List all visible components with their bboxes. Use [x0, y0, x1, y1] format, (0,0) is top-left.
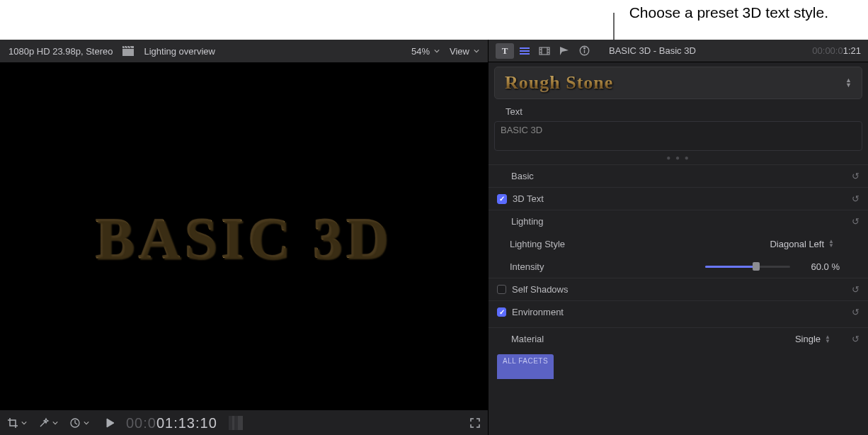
- reset-button[interactable]: ↺: [852, 193, 860, 204]
- generator-inspector-tab[interactable]: [555, 43, 573, 59]
- preview-3d-text[interactable]: BASIC 3D: [96, 205, 392, 272]
- intensity-slider[interactable]: [705, 261, 790, 271]
- self-shadows-label: Self Shadows: [512, 284, 569, 295]
- environment-section-header[interactable]: Environment ↺: [489, 300, 868, 323]
- up-down-chevron-icon: ▲▼: [828, 239, 834, 248]
- basic-section-header[interactable]: Basic ↺: [489, 164, 868, 187]
- play-button[interactable]: [106, 418, 115, 428]
- title-text-input[interactable]: BASIC 3D: [494, 121, 862, 151]
- inspector-header: T BASIC 3D - Basic 3D 00:00:01:21: [489, 40, 868, 62]
- timecode-dim: 00:0: [126, 415, 156, 431]
- callout-caption: Choose a preset 3D text style.: [629, 4, 828, 21]
- facet-tabs: ALL FACETS: [489, 350, 868, 379]
- inspector-tabs: T: [496, 43, 593, 59]
- up-down-chevron-icon: ▲▼: [845, 78, 852, 88]
- app-window: 1080p HD 23.98p, Stereo Lighting overvie…: [0, 40, 868, 435]
- svg-rect-0: [122, 49, 134, 56]
- crop-tool-menu[interactable]: [7, 417, 27, 429]
- viewer-footer: 00:001:13:10: [0, 409, 488, 435]
- title-text-value: BASIC 3D: [501, 125, 542, 135]
- clapperboard-icon: [122, 46, 134, 56]
- paragraph-inspector-tab[interactable]: [515, 43, 534, 59]
- viewer-title: Lighting overview: [144, 46, 215, 57]
- reset-button[interactable]: ↺: [852, 284, 860, 295]
- 3d-text-checkbox[interactable]: [497, 194, 507, 204]
- 3d-text-section-header[interactable]: 3D Text ↺: [489, 187, 868, 210]
- environment-label: Environment: [512, 307, 564, 317]
- inspector-timecode: 00:00:01:21: [812, 45, 861, 56]
- material-popup[interactable]: Single ▲▼: [795, 334, 830, 344]
- 3d-text-label: 3D Text: [513, 193, 544, 204]
- material-section-header[interactable]: Material Single ▲▼ ↺: [489, 327, 868, 350]
- viewer-timecode[interactable]: 00:001:13:10: [126, 414, 217, 431]
- basic-label: Basic: [511, 171, 534, 181]
- svg-marker-17: [560, 47, 569, 55]
- preset-style-menu[interactable]: Rough Stone ▲▼: [494, 67, 862, 99]
- lighting-label: Lighting: [511, 216, 544, 227]
- all-facets-tab[interactable]: ALL FACETS: [497, 354, 554, 379]
- intensity-label: Intensity: [510, 261, 544, 272]
- text-inspector-tab[interactable]: T: [496, 43, 514, 59]
- chevron-down-icon: [434, 48, 440, 54]
- view-label: View: [450, 46, 469, 57]
- resize-handle-icon[interactable]: ● ● ●: [489, 154, 868, 162]
- svg-point-20: [583, 47, 585, 49]
- inspector-clip-name: BASIC 3D - Basic 3D: [609, 45, 696, 56]
- chevron-down-icon: [474, 48, 479, 54]
- fullscreen-button[interactable]: [469, 417, 481, 429]
- reset-button[interactable]: ↺: [852, 216, 860, 227]
- reset-button[interactable]: ↺: [852, 307, 860, 317]
- enhance-tool-menu[interactable]: [38, 417, 58, 429]
- viewer-header: 1080p HD 23.98p, Stereo Lighting overvie…: [0, 40, 488, 62]
- self-shadows-checkbox[interactable]: [497, 285, 506, 294]
- audio-meter[interactable]: [229, 416, 243, 430]
- inspector-panel: T BASIC 3D - Basic 3D 00:00:01:21 Rough …: [489, 40, 868, 435]
- viewer-canvas[interactable]: BASIC 3D: [0, 62, 488, 409]
- callout-text: Choose a preset 3D text style.: [629, 4, 828, 21]
- reset-button[interactable]: ↺: [852, 334, 860, 344]
- view-menu[interactable]: View: [450, 46, 479, 57]
- intensity-value-field[interactable]: 60.0 %: [797, 261, 840, 272]
- intensity-row: Intensity 60.0 %: [489, 255, 868, 278]
- svg-marker-6: [107, 419, 114, 427]
- lighting-style-row: Lighting Style Diagonal Left ▲▼: [489, 232, 868, 255]
- zoom-menu[interactable]: 54%: [411, 46, 440, 57]
- retime-tool-menu[interactable]: [69, 417, 89, 429]
- text-section-label: Text: [489, 102, 868, 120]
- self-shadows-section-header[interactable]: Self Shadows ↺: [489, 278, 868, 300]
- preset-style-name: Rough Stone: [505, 72, 613, 94]
- environment-checkbox[interactable]: [497, 307, 506, 317]
- up-down-chevron-icon: ▲▼: [825, 335, 830, 344]
- reset-button[interactable]: ↺: [852, 171, 860, 181]
- lighting-section-header[interactable]: Lighting ↺: [489, 210, 868, 232]
- info-inspector-tab[interactable]: [575, 43, 593, 59]
- viewer-panel: 1080p HD 23.98p, Stereo Lighting overvie…: [0, 40, 489, 435]
- material-label: Material: [511, 334, 544, 344]
- lighting-style-label: Lighting Style: [510, 239, 565, 249]
- video-inspector-tab[interactable]: [535, 43, 554, 59]
- zoom-value: 54%: [411, 46, 430, 57]
- svg-rect-10: [539, 47, 549, 55]
- lighting-style-popup[interactable]: Diagonal Left ▲▼: [770, 239, 834, 249]
- timecode-main: 01:13:10: [156, 415, 217, 431]
- viewer-format: 1080p HD 23.98p, Stereo: [8, 46, 113, 57]
